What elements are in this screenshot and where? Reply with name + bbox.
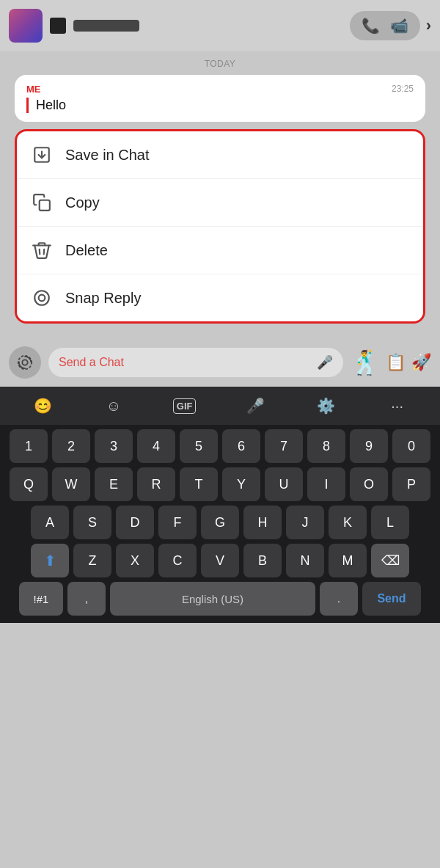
camera-button[interactable]	[9, 346, 41, 379]
key-1[interactable]: 1	[10, 429, 48, 463]
send-key[interactable]: Send	[362, 582, 421, 616]
message-sender: ME	[26, 84, 414, 95]
svg-line-4	[44, 249, 45, 255]
emoji-sticker-key[interactable]: 😊	[26, 393, 59, 419]
gif-key[interactable]: GIF	[169, 393, 201, 419]
key-f[interactable]: F	[158, 506, 197, 539]
key-a[interactable]: A	[31, 506, 69, 539]
key-e[interactable]: E	[95, 467, 133, 501]
key-g[interactable]: G	[201, 506, 239, 539]
gif-label: GIF	[173, 398, 197, 414]
settings-key[interactable]: ⚙️	[310, 393, 342, 419]
key-9[interactable]: 9	[350, 429, 388, 463]
key-m[interactable]: M	[329, 544, 367, 577]
key-v[interactable]: V	[201, 544, 239, 577]
header-actions: 📞 📹 ›	[350, 11, 431, 40]
more-key[interactable]: ···	[381, 393, 414, 419]
number-row: 1 2 3 4 5 6 7 8 9 0	[3, 429, 437, 463]
header: 📞 📹 ›	[0, 0, 440, 51]
key-r[interactable]: R	[137, 467, 175, 501]
key-y[interactable]: Y	[222, 467, 260, 501]
key-3[interactable]: 3	[95, 429, 133, 463]
key-b[interactable]: B	[243, 544, 282, 577]
key-h[interactable]: H	[243, 506, 282, 539]
keyboard: 😊 ☺ GIF 🎤 ⚙️ ··· 1 2 3 4 5 6 7 8 9 0 Q W…	[0, 387, 440, 623]
key-p[interactable]: P	[392, 467, 430, 501]
svg-point-9	[18, 356, 32, 369]
svg-point-7	[39, 295, 45, 302]
save-in-chat-icon	[32, 145, 52, 165]
snap-reply-icon	[32, 288, 52, 308]
comma-key[interactable]: ,	[67, 582, 106, 616]
q-row: Q W E R T Y U I O P	[3, 467, 437, 501]
menu-item-snap-reply[interactable]: Snap Reply	[17, 274, 423, 321]
z-row: ⬆ Z X C V B N M ⌫	[3, 544, 437, 577]
rocket-icon[interactable]: 🚀	[411, 353, 431, 372]
key-4[interactable]: 4	[137, 429, 175, 463]
delete-label: Delete	[65, 242, 108, 259]
svg-rect-2	[40, 200, 50, 211]
key-8[interactable]: 8	[307, 429, 345, 463]
key-5[interactable]: 5	[180, 429, 218, 463]
message-time: 23:25	[392, 84, 414, 94]
delete-icon	[32, 240, 52, 260]
space-key[interactable]: English (US)	[110, 582, 315, 616]
menu-item-copy[interactable]: Copy	[17, 179, 423, 227]
key-i[interactable]: I	[307, 467, 345, 501]
shift-key[interactable]: ⬆	[31, 544, 69, 577]
key-k[interactable]: K	[329, 506, 367, 539]
key-u[interactable]: U	[265, 467, 303, 501]
symbol-key[interactable]: !#1	[19, 582, 63, 616]
key-c[interactable]: C	[158, 544, 197, 577]
sticker-icon[interactable]: 📋	[386, 353, 406, 372]
key-s[interactable]: S	[73, 506, 111, 539]
today-label: TODAY	[205, 59, 236, 69]
menu-item-save-in-chat[interactable]: Save in Chat	[17, 131, 423, 179]
video-icon[interactable]: 📹	[390, 17, 408, 34]
phone-icon[interactable]: 📞	[362, 17, 380, 34]
bottom-input-bar: Send a Chat 🎤 🕺 📋 🚀	[0, 338, 440, 387]
chat-area: TODAY ME 23:25 Hello Save in Chat	[0, 51, 440, 338]
contact-name-bar	[73, 20, 139, 32]
key-7[interactable]: 7	[265, 429, 303, 463]
snap-reply-label: Snap Reply	[65, 290, 141, 307]
status-indicator	[50, 18, 66, 34]
svg-point-6	[34, 291, 49, 305]
a-row: A S D F G H J K L	[3, 506, 437, 539]
delete-key[interactable]: ⌫	[371, 544, 409, 577]
svg-point-8	[22, 360, 27, 365]
chat-input-container[interactable]: Send a Chat 🎤	[48, 348, 343, 377]
call-video-pill: 📞 📹	[350, 11, 420, 40]
message-text: Hello	[26, 98, 414, 113]
context-menu: Save in Chat Copy	[15, 129, 425, 324]
keyboard-rows: 1 2 3 4 5 6 7 8 9 0 Q W E R T Y U I O P …	[0, 425, 440, 623]
key-n[interactable]: N	[286, 544, 324, 577]
avatar	[9, 9, 43, 43]
emoji-face-key[interactable]: ☺	[98, 393, 130, 419]
key-j[interactable]: J	[286, 506, 324, 539]
key-2[interactable]: 2	[52, 429, 90, 463]
mic-toolbar-key[interactable]: 🎤	[239, 393, 271, 419]
key-6[interactable]: 6	[222, 429, 260, 463]
menu-item-delete[interactable]: Delete	[17, 227, 423, 274]
key-w[interactable]: W	[52, 467, 90, 501]
svg-line-3	[40, 249, 40, 255]
mic-icon[interactable]: 🎤	[317, 354, 333, 371]
bitmoji-sticker[interactable]: 🕺	[351, 349, 380, 376]
copy-icon	[32, 192, 52, 213]
key-d[interactable]: D	[116, 506, 154, 539]
key-q[interactable]: Q	[10, 467, 48, 501]
key-t[interactable]: T	[180, 467, 218, 501]
sticker-area: 🕺 📋 🚀	[351, 349, 431, 376]
keyboard-toolbar: 😊 ☺ GIF 🎤 ⚙️ ···	[0, 387, 440, 425]
key-l[interactable]: L	[371, 506, 409, 539]
key-0[interactable]: 0	[392, 429, 430, 463]
period-key[interactable]: .	[320, 582, 358, 616]
key-x[interactable]: X	[116, 544, 154, 577]
message-bubble: ME 23:25 Hello	[15, 75, 425, 122]
save-in-chat-label: Save in Chat	[65, 147, 150, 164]
key-z[interactable]: Z	[73, 544, 111, 577]
key-o[interactable]: O	[350, 467, 388, 501]
chevron-right-icon[interactable]: ›	[426, 16, 431, 35]
bottom-row: !#1 , English (US) . Send	[3, 582, 437, 616]
